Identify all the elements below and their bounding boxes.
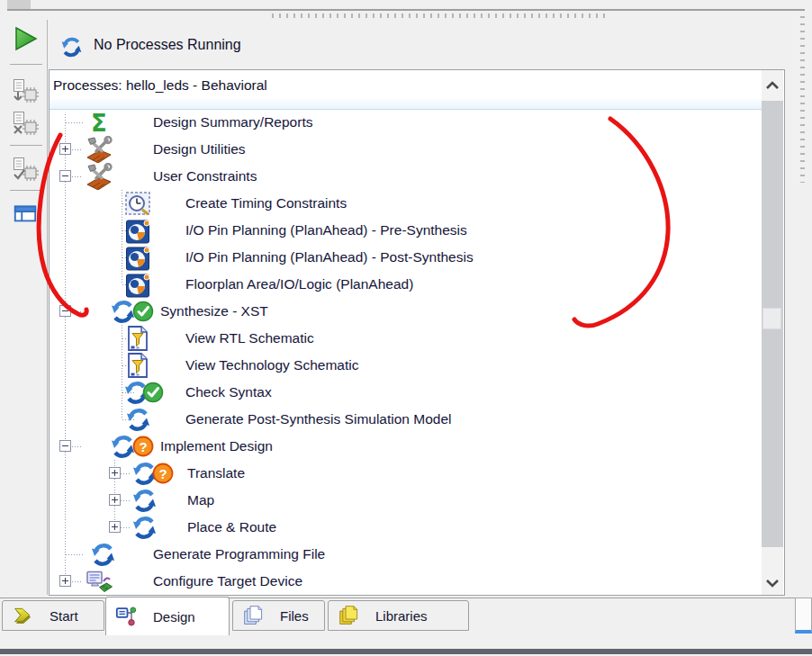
vertical-scrollbar[interactable] xyxy=(762,70,783,595)
tree-item-i-o-pin-planning-planahead-pre-synthesis[interactable]: I/O Pin Planning (PlanAhead) - Pre-Synth… xyxy=(50,217,761,244)
expander-plus[interactable] xyxy=(59,143,71,155)
tree-item-check-syntax[interactable]: Check Syntax xyxy=(50,379,761,406)
tree-item-label: Generate Programming File xyxy=(153,545,325,563)
tree-item-design-summary-reports[interactable]: Design Summary/Reports xyxy=(50,109,761,136)
tree-item-configure-target-device[interactable]: Configure Target Device xyxy=(50,568,761,595)
rerun-process-button[interactable] xyxy=(9,76,41,106)
tree-connector xyxy=(72,581,83,582)
chevron-down-icon xyxy=(765,579,780,588)
expander-minus[interactable] xyxy=(59,170,71,182)
tree-item-user-constraints[interactable]: User Constraints xyxy=(50,163,761,190)
processes-panel-header: Processes: hello_leds - Behavioral xyxy=(50,70,762,110)
refresh-icon xyxy=(59,35,83,58)
status-question-icon xyxy=(152,463,174,484)
tree-item-label: Generate Post-Synthesis Simulation Model xyxy=(185,410,452,428)
tab-start[interactable]: Start xyxy=(2,600,104,631)
refresh-icon xyxy=(131,514,158,541)
tree-connector xyxy=(72,149,83,150)
toolbar-divider xyxy=(10,145,42,146)
adjacent-tab-edge xyxy=(795,598,812,634)
tree-item-generate-programming-file[interactable]: Generate Programming File xyxy=(50,541,761,568)
status-ok-icon xyxy=(142,382,164,403)
tree-connector xyxy=(66,554,84,555)
tree-item-label: View Technology Schematic xyxy=(185,356,358,374)
tab-design-label: Design xyxy=(153,609,195,625)
status-question-icon xyxy=(132,436,154,457)
tree-item-label: User Constraints xyxy=(153,167,257,185)
tree-connector xyxy=(121,500,130,501)
tree-item-synthesize-xst[interactable]: Synthesize - XST xyxy=(50,298,761,325)
tree-item-view-rtl-schematic[interactable]: View RTL Schematic xyxy=(50,325,761,352)
toolbar-divider xyxy=(10,64,42,65)
expander-plus[interactable] xyxy=(109,467,121,479)
tree-connector xyxy=(72,311,83,312)
tree-item-label: I/O Pin Planning (PlanAhead) - Post-Synt… xyxy=(185,248,474,266)
files-icon xyxy=(242,604,266,628)
scroll-up-button[interactable] xyxy=(762,70,783,101)
tab-libraries[interactable]: Libraries xyxy=(328,600,469,631)
expander-plus[interactable] xyxy=(109,521,121,533)
tree-item-label: Create Timing Constraints xyxy=(185,194,347,212)
tree-connector xyxy=(121,527,130,528)
tree-item-design-utilities[interactable]: Design Utilities xyxy=(50,136,761,163)
status-ok-icon xyxy=(132,301,154,322)
tree-item-label: Design Summary/Reports xyxy=(153,113,312,131)
table-icon xyxy=(13,201,38,226)
toolbar-divider xyxy=(10,190,42,191)
ise-processes-panel: No Processes Running Processes: hello_le… xyxy=(0,0,812,656)
play-icon xyxy=(12,25,39,52)
tree-connector xyxy=(121,473,130,474)
expander-plus[interactable] xyxy=(109,494,121,506)
tree-item-label: View RTL Schematic xyxy=(185,329,314,347)
toolbar-separator xyxy=(47,20,48,595)
window-bottom-edge xyxy=(0,649,812,654)
chip-down-arrow-icon xyxy=(12,77,39,104)
tab-files-label: Files xyxy=(280,608,309,624)
tree-item-map[interactable]: Map xyxy=(50,487,761,514)
tree-item-label: Implement Design xyxy=(160,437,273,455)
tree-item-floorplan-area-io-logic-planahead[interactable]: Floorplan Area/IO/Logic (PlanAhead) xyxy=(50,271,761,298)
tree-item-place-route[interactable]: Place & Route xyxy=(50,514,761,541)
rerun-all-button[interactable] xyxy=(9,154,41,184)
process-status-label: No Processes Running xyxy=(94,37,241,53)
expander-plus[interactable] xyxy=(59,575,71,587)
tab-start-label: Start xyxy=(50,608,78,624)
planahead-icon xyxy=(124,217,151,244)
chip-check-icon xyxy=(12,156,39,183)
expander-minus[interactable] xyxy=(59,440,71,452)
tree-connector xyxy=(66,122,84,123)
run-process-button[interactable] xyxy=(9,23,41,54)
tree-item-translate[interactable]: Translate xyxy=(50,460,761,487)
refresh-icon xyxy=(124,406,151,433)
chevron-up-icon xyxy=(765,81,780,90)
tree-item-label: Design Utilities xyxy=(153,140,246,158)
expander-minus[interactable] xyxy=(59,305,71,317)
tree-item-generate-post-synthesis-simulation-model[interactable]: Generate Post-Synthesis Simulation Model xyxy=(50,406,761,433)
tree-item-label: Translate xyxy=(187,464,245,482)
utils-icon xyxy=(86,163,113,190)
tree-item-i-o-pin-planning-planahead-post-synthesis[interactable]: I/O Pin Planning (PlanAhead) - Post-Synt… xyxy=(50,244,761,271)
timing-icon xyxy=(124,190,151,217)
tree-item-label: Configure Target Device xyxy=(153,572,302,590)
tab-design[interactable]: Design xyxy=(105,597,230,635)
tree-item-create-timing-constraints[interactable]: Create Timing Constraints xyxy=(50,190,761,217)
horizontal-splitter-handle[interactable] xyxy=(272,13,605,18)
tree-connector xyxy=(72,176,83,177)
tree-item-label: Synthesize - XST xyxy=(160,302,268,320)
scroll-down-button[interactable] xyxy=(762,547,783,595)
processes-header-label: Processes: hello_leds - Behavioral xyxy=(53,77,267,94)
planahead-icon xyxy=(124,271,151,298)
design-summary-button[interactable] xyxy=(9,198,41,229)
tab-files[interactable]: Files xyxy=(232,600,325,631)
tree-item-label: Floorplan Area/IO/Logic (PlanAhead) xyxy=(185,275,413,293)
scrollbar-thumb[interactable] xyxy=(762,308,781,329)
tree-connector xyxy=(72,446,83,447)
planahead-icon xyxy=(124,244,151,271)
stop-process-button[interactable] xyxy=(9,108,41,139)
refresh-icon xyxy=(131,487,158,514)
design-hierarchy-icon xyxy=(115,605,140,629)
tree-item-view-technology-schematic[interactable]: View Technology Schematic xyxy=(50,352,761,379)
tree-item-implement-design[interactable]: Implement Design xyxy=(50,433,761,460)
vertical-splitter-handle[interactable] xyxy=(800,16,805,183)
schematic-icon xyxy=(124,352,151,379)
